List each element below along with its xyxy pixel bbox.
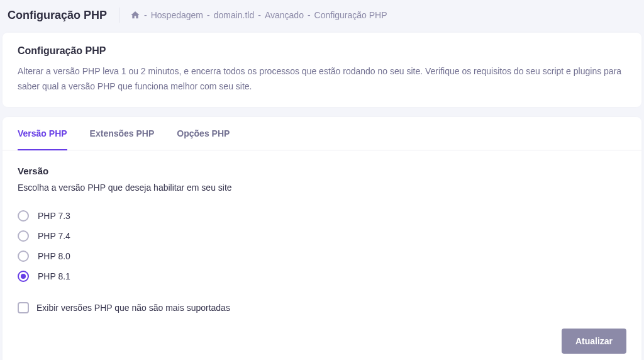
radio-label: PHP 7.3 xyxy=(38,211,70,221)
radio-icon xyxy=(18,210,29,222)
breadcrumb: - Hospedagem - domain.tld - Avançado - C… xyxy=(119,8,387,23)
radio-label: PHP 8.1 xyxy=(38,271,70,281)
tab-content: Versão Escolha a versão PHP que deseja h… xyxy=(3,150,641,329)
breadcrumb-hosting[interactable]: Hospedagem xyxy=(151,10,203,20)
update-button[interactable]: Atualizar xyxy=(562,329,626,354)
breadcrumb-separator: - xyxy=(308,10,311,20)
radio-php81[interactable]: PHP 8.1 xyxy=(18,271,626,282)
tabs: Versão PHP Extensões PHP Opções PHP xyxy=(3,117,641,150)
checkbox-label: Exibir versões PHP que não são mais supo… xyxy=(36,303,230,313)
show-unsupported-checkbox[interactable]: Exibir versões PHP que não são mais supo… xyxy=(18,302,626,313)
version-section-title: Versão xyxy=(18,166,626,176)
breadcrumb-separator: - xyxy=(258,10,261,20)
info-card: Configuração PHP Alterar a versão PHP le… xyxy=(3,33,641,107)
radio-icon xyxy=(18,230,29,242)
tabs-card: Versão PHP Extensões PHP Opções PHP Vers… xyxy=(3,117,641,360)
info-card-description: Alterar a versão PHP leva 1 ou 2 minutos… xyxy=(18,64,626,94)
php-version-radio-group: PHP 7.3 PHP 7.4 PHP 8.0 PHP 8.1 xyxy=(18,210,626,282)
radio-icon xyxy=(18,250,29,262)
action-row: Atualizar xyxy=(3,329,641,354)
version-section-description: Escolha a versão PHP que deseja habilita… xyxy=(18,183,626,193)
breadcrumb-current: Configuração PHP xyxy=(314,10,387,20)
breadcrumb-separator: - xyxy=(207,10,210,20)
radio-php73[interactable]: PHP 7.3 xyxy=(18,210,626,222)
checkbox-icon xyxy=(18,302,29,313)
home-icon[interactable] xyxy=(130,10,140,20)
breadcrumb-advanced[interactable]: Avançado xyxy=(265,10,304,20)
radio-php80[interactable]: PHP 8.0 xyxy=(18,250,626,262)
radio-icon xyxy=(18,271,29,282)
radio-php74[interactable]: PHP 7.4 xyxy=(18,230,626,242)
info-card-title: Configuração PHP xyxy=(18,45,626,57)
radio-label: PHP 7.4 xyxy=(38,231,70,241)
tab-extensions[interactable]: Extensões PHP xyxy=(90,117,155,150)
breadcrumb-domain[interactable]: domain.tld xyxy=(214,10,255,20)
tab-version[interactable]: Versão PHP xyxy=(18,117,67,150)
tab-options[interactable]: Opções PHP xyxy=(177,117,230,150)
page-title: Configuração PHP xyxy=(8,9,119,22)
radio-label: PHP 8.0 xyxy=(38,251,70,261)
breadcrumb-separator: - xyxy=(144,10,147,20)
